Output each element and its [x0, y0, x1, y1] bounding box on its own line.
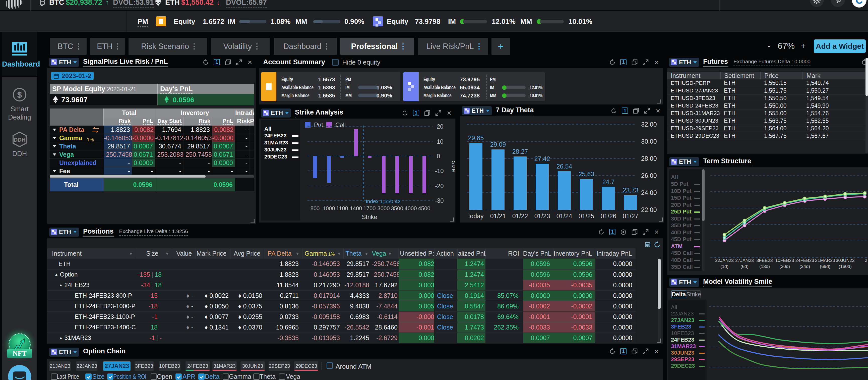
svg-text:(34d): (34d): [800, 264, 810, 269]
svg-text:1000: 1000: [323, 205, 335, 211]
svg-text:1400: 1400: [350, 205, 362, 211]
svg-text:1700: 1700: [364, 205, 376, 211]
svg-text:22.00: 22.00: [641, 206, 657, 213]
svg-text:(6d): (6d): [741, 264, 748, 269]
svg-text:2: 2: [865, 258, 867, 263]
svg-text:30.00: 30.00: [641, 138, 657, 145]
svg-text:31MAR23: 31MAR23: [815, 258, 835, 263]
svg-text:22JAN23: 22JAN23: [715, 258, 734, 263]
svg-text:(160d): (160d): [839, 264, 852, 269]
svg-text:28.27: 28.27: [512, 148, 528, 155]
svg-text:(13d): (13d): [759, 264, 770, 269]
svg-text:26.54: 26.54: [557, 163, 572, 170]
svg-text:26.00: 26.00: [641, 172, 657, 179]
svg-text:24.00: 24.00: [641, 189, 657, 196]
svg-text:4000: 4000: [405, 205, 417, 211]
svg-text:32.00: 32.00: [641, 121, 657, 128]
svg-text:4500: 4500: [418, 205, 431, 211]
svg-text:27JAN23: 27JAN23: [735, 258, 754, 263]
svg-text:20: 20: [437, 123, 443, 130]
svg-text:Call: Call: [335, 121, 346, 128]
svg-text:28.00: 28.00: [641, 155, 657, 162]
svg-text:(69d): (69d): [820, 264, 830, 269]
svg-text:0: 0: [437, 153, 440, 159]
svg-text:30JUN23: 30JUN23: [836, 258, 855, 263]
svg-text:Put: Put: [314, 121, 323, 128]
svg-text:-20: -20: [435, 183, 444, 189]
svg-text:Index 1,550.42: Index 1,550.42: [366, 198, 401, 204]
svg-text:today: today: [468, 212, 484, 220]
svg-text:Strike: Strike: [362, 213, 377, 220]
svg-text:3FEB23: 3FEB23: [756, 258, 773, 263]
svg-text:3500: 3500: [391, 205, 403, 211]
svg-text:10FEB23: 10FEB23: [775, 258, 794, 263]
svg-text:01/21: 01/21: [490, 212, 506, 220]
svg-text:27.42: 27.42: [534, 155, 550, 162]
svg-text:24.7: 24.7: [602, 178, 615, 185]
svg-text:25.63: 25.63: [579, 171, 594, 178]
svg-text:01/25: 01/25: [579, 212, 594, 220]
svg-text:Size: Size: [451, 161, 455, 172]
svg-text:(1d): (1d): [720, 264, 728, 269]
svg-text:$: $: [17, 90, 22, 99]
svg-text:01/23: 01/23: [534, 212, 550, 220]
svg-text:01/27: 01/27: [623, 212, 639, 220]
svg-text:24FEB23: 24FEB23: [795, 258, 814, 263]
svg-text:(20d): (20d): [779, 264, 790, 269]
svg-text:23.73: 23.73: [623, 186, 639, 194]
svg-text:10: 10: [437, 138, 443, 145]
svg-text:01/26: 01/26: [601, 212, 617, 220]
svg-text:01/22: 01/22: [512, 212, 528, 220]
svg-text:DDH: DDH: [13, 137, 26, 143]
svg-text:01/24: 01/24: [557, 212, 572, 220]
svg-text:29.85: 29.85: [468, 135, 484, 141]
svg-text:-10: -10: [435, 168, 444, 174]
svg-text:800: 800: [310, 205, 320, 211]
svg-text:1100: 1100: [336, 205, 348, 211]
svg-text:29.09: 29.09: [490, 141, 506, 148]
svg-text:3000: 3000: [377, 205, 390, 211]
svg-text:-30: -30: [435, 197, 444, 204]
